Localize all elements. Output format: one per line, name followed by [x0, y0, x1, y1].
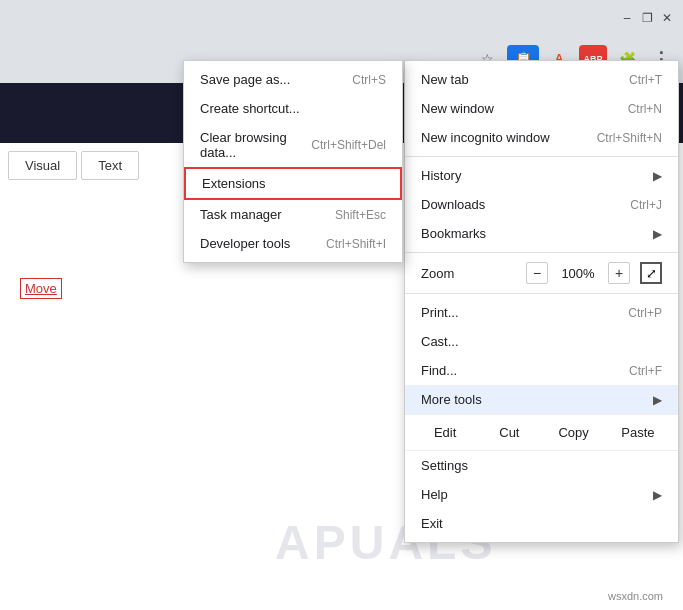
menu-find[interactable]: Find... Ctrl+F — [405, 356, 678, 385]
zoom-value: 100% — [558, 266, 598, 281]
menu-divider-3 — [405, 293, 678, 294]
move-link[interactable]: Move — [20, 278, 62, 299]
wsxdn-watermark: wsxdn.com — [608, 590, 663, 602]
menu-incognito-label: New incognito window — [421, 130, 550, 145]
menu-help-label: Help — [421, 487, 448, 502]
tab-text[interactable]: Text — [81, 151, 139, 180]
submenu-developer-tools[interactable]: Developer tools Ctrl+Shift+I — [184, 229, 402, 258]
menu-exit[interactable]: Exit — [405, 509, 678, 538]
developer-tools-shortcut: Ctrl+Shift+I — [326, 237, 386, 251]
cut-btn[interactable]: Cut — [477, 420, 541, 445]
menu-divider-1 — [405, 156, 678, 157]
close-button[interactable]: ✕ — [659, 10, 675, 26]
submenu-task-manager[interactable]: Task manager Shift+Esc — [184, 200, 402, 229]
menu-exit-label: Exit — [421, 516, 443, 531]
menu-cast[interactable]: Cast... — [405, 327, 678, 356]
zoom-minus-btn[interactable]: − — [526, 262, 548, 284]
menu-history-label: History — [421, 168, 461, 183]
edit-btn[interactable]: Edit — [413, 420, 477, 445]
help-arrow: ▶ — [653, 488, 662, 502]
title-bar: – ❐ ✕ — [0, 0, 683, 35]
history-arrow: ▶ — [653, 169, 662, 183]
menu-history[interactable]: History ▶ — [405, 161, 678, 190]
menu-zoom-row: Zoom − 100% + ⤢ — [405, 257, 678, 289]
save-page-shortcut: Ctrl+S — [352, 73, 386, 87]
menu-more-tools[interactable]: More tools ▶ — [405, 385, 678, 414]
menu-bookmarks-label: Bookmarks — [421, 226, 486, 241]
zoom-fullscreen-btn[interactable]: ⤢ — [640, 262, 662, 284]
menu-new-tab-label: New tab — [421, 72, 469, 87]
menu-new-window-label: New window — [421, 101, 494, 116]
restore-button[interactable]: ❐ — [639, 10, 655, 26]
menu-more-tools-label: More tools — [421, 392, 482, 407]
developer-tools-label: Developer tools — [200, 236, 290, 251]
menu-new-window[interactable]: New window Ctrl+N — [405, 94, 678, 123]
menu-help[interactable]: Help ▶ — [405, 480, 678, 509]
tab-visual[interactable]: Visual — [8, 151, 77, 180]
menu-print-shortcut: Ctrl+P — [628, 306, 662, 320]
extensions-label: Extensions — [202, 176, 266, 191]
zoom-label: Zoom — [421, 266, 454, 281]
task-manager-label: Task manager — [200, 207, 282, 222]
bookmarks-arrow: ▶ — [653, 227, 662, 241]
menu-downloads-label: Downloads — [421, 197, 485, 212]
menu-print[interactable]: Print... Ctrl+P — [405, 298, 678, 327]
create-shortcut-label: Create shortcut... — [200, 101, 300, 116]
zoom-plus-btn[interactable]: + — [608, 262, 630, 284]
copy-btn[interactable]: Copy — [542, 420, 606, 445]
menu-edit-row: Edit Cut Copy Paste — [405, 414, 678, 451]
clear-data-label: Clear browsing data... — [200, 130, 311, 160]
menu-print-label: Print... — [421, 305, 459, 320]
more-tools-submenu: Save page as... Ctrl+S Create shortcut..… — [183, 60, 403, 263]
minimize-button[interactable]: – — [619, 10, 635, 26]
chrome-context-menu: New tab Ctrl+T New window Ctrl+N New inc… — [404, 60, 679, 543]
zoom-controls: − 100% + ⤢ — [526, 262, 662, 284]
menu-settings[interactable]: Settings — [405, 451, 678, 480]
menu-new-window-shortcut: Ctrl+N — [628, 102, 662, 116]
menu-incognito[interactable]: New incognito window Ctrl+Shift+N — [405, 123, 678, 152]
menu-downloads-shortcut: Ctrl+J — [630, 198, 662, 212]
menu-incognito-shortcut: Ctrl+Shift+N — [597, 131, 662, 145]
menu-new-tab-shortcut: Ctrl+T — [629, 73, 662, 87]
clear-data-shortcut: Ctrl+Shift+Del — [311, 138, 386, 152]
menu-downloads[interactable]: Downloads Ctrl+J — [405, 190, 678, 219]
menu-bookmarks[interactable]: Bookmarks ▶ — [405, 219, 678, 248]
browser-window: – ❐ ✕ ☆ 📋 COP A ABP 🧩 ⋮ Visual Text — [0, 0, 683, 610]
submenu-extensions[interactable]: Extensions — [184, 167, 402, 200]
window-controls: – ❐ ✕ — [619, 10, 675, 26]
paste-btn[interactable]: Paste — [606, 420, 670, 445]
menu-settings-label: Settings — [421, 458, 468, 473]
menu-divider-2 — [405, 252, 678, 253]
submenu-clear-data[interactable]: Clear browsing data... Ctrl+Shift+Del — [184, 123, 402, 167]
submenu-create-shortcut[interactable]: Create shortcut... — [184, 94, 402, 123]
save-page-label: Save page as... — [200, 72, 290, 87]
menu-new-tab[interactable]: New tab Ctrl+T — [405, 65, 678, 94]
more-tools-arrow: ▶ — [653, 393, 662, 407]
task-manager-shortcut: Shift+Esc — [335, 208, 386, 222]
menu-find-label: Find... — [421, 363, 457, 378]
menu-cast-label: Cast... — [421, 334, 459, 349]
submenu-save-page[interactable]: Save page as... Ctrl+S — [184, 65, 402, 94]
menu-find-shortcut: Ctrl+F — [629, 364, 662, 378]
